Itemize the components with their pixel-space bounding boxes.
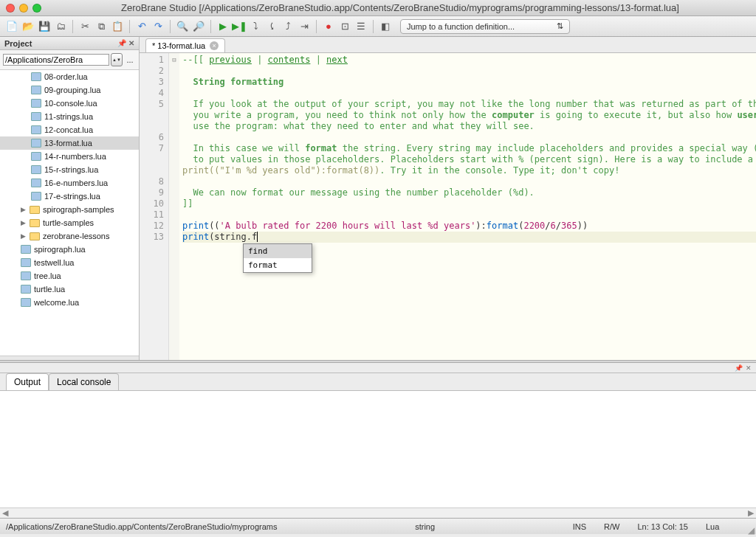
fold-column[interactable]: ⊟ — [169, 53, 179, 360]
autocomplete-popup[interactable]: find format — [243, 243, 312, 273]
step-into-icon[interactable]: ⤹ — [264, 19, 279, 34]
file-icon — [31, 72, 41, 81]
tree-item[interactable]: 12-concat.lua — [0, 123, 139, 136]
window-title: ZeroBrane Studio [/Applications/ZeroBran… — [50, 2, 750, 13]
tree-item-label: 12-concat.lua — [44, 125, 93, 134]
replace-icon[interactable]: 🔎 — [191, 19, 206, 34]
run-to-cursor-icon[interactable]: ⇥ — [297, 19, 312, 34]
tree-scrollbar[interactable] — [0, 356, 139, 360]
find-icon[interactable]: 🔍 — [175, 19, 190, 34]
project-dir-icon[interactable]: ◧ — [378, 19, 393, 34]
tree-item[interactable]: 08-order.lua — [0, 70, 139, 83]
function-jump-dropdown[interactable]: Jump to a function definition... ⇅ — [400, 19, 570, 34]
tree-item[interactable]: 11-strings.lua — [0, 110, 139, 123]
tree-item[interactable]: welcome.lua — [0, 296, 139, 309]
tree-item[interactable]: 14-r-numbers.lua — [0, 150, 139, 163]
tab-local-console[interactable]: Local console — [49, 373, 119, 390]
tree-item-label: tree.lua — [34, 271, 61, 280]
cut-icon[interactable]: ✂ — [78, 19, 92, 34]
scroll-left-icon[interactable]: ◀ — [0, 508, 10, 518]
debug-icon[interactable]: ▶❚ — [232, 19, 247, 34]
titlebar: ZeroBrane Studio [/Applications/ZeroBran… — [0, 0, 756, 16]
resize-grip-icon[interactable]: ◢ — [748, 525, 755, 536]
file-icon — [31, 86, 41, 94]
autocomplete-item[interactable]: format — [244, 258, 312, 272]
close-icon[interactable]: ✕ — [746, 364, 752, 372]
tree-item-label: 16-e-numbers.lua — [44, 179, 108, 187]
undo-icon[interactable]: ↶ — [134, 19, 149, 34]
scroll-right-icon[interactable]: ▶ — [746, 508, 756, 518]
tree-item-label: 09-grouping.lua — [44, 86, 100, 94]
browse-button[interactable]: ... — [124, 55, 136, 64]
tree-item[interactable]: testwell.lua — [0, 256, 139, 269]
separator — [170, 20, 171, 33]
output-panel: 📌 ✕ Output Local console ◀ ▶ — [0, 363, 756, 518]
status-rw: R/W — [604, 522, 619, 531]
tree-item[interactable]: turtle.lua — [0, 283, 139, 296]
zoom-window-button[interactable] — [32, 4, 41, 13]
editor-pane: * 13-format.lua × 12345 67 8910111213 ⊟ … — [140, 37, 756, 360]
tree-item[interactable]: ▶turtle-samples — [0, 216, 139, 229]
tree-item-label: 13-format.lua — [44, 139, 92, 148]
tree-item[interactable]: 13-format.lua — [0, 136, 139, 150]
tree-item-label: zerobrane-lessons — [43, 232, 110, 240]
run-icon[interactable]: ▶ — [216, 19, 230, 34]
separator — [210, 20, 211, 33]
tab-active[interactable]: * 13-format.lua × — [145, 38, 225, 52]
break-icon[interactable]: ⊡ — [337, 19, 352, 34]
tree-item-label: 15-r-strings.lua — [44, 165, 98, 174]
window-controls — [6, 4, 41, 13]
project-sidebar: Project 📌 ✕ ▲▼ ... 08-order.lua09-groupi… — [0, 37, 140, 360]
pin-icon[interactable]: 📌 ✕ — [117, 39, 134, 47]
open-file-icon[interactable]: 📂 — [21, 19, 35, 34]
status-hint: string — [415, 522, 435, 531]
save-icon[interactable]: 💾 — [37, 19, 52, 34]
path-stepper[interactable]: ▲▼ — [111, 53, 123, 66]
paste-icon[interactable]: 📋 — [110, 19, 125, 34]
status-bar: /Applications/ZeroBraneStudio.app/Conten… — [0, 518, 756, 534]
step-out-icon[interactable]: ⤴ — [281, 19, 295, 34]
tree-item[interactable]: ▶zerobrane-lessons — [0, 229, 139, 243]
sidebar-title: Project — [4, 39, 32, 48]
autocomplete-item[interactable]: find — [244, 244, 312, 258]
source-text[interactable]: --[[ previous | contents | next String f… — [179, 53, 756, 360]
new-file-icon[interactable]: 📄 — [4, 19, 19, 34]
file-icon — [31, 179, 41, 187]
folder-icon — [30, 219, 40, 227]
tree-item-label: turtle-samples — [43, 218, 94, 227]
redo-icon[interactable]: ↷ — [151, 19, 165, 34]
tree-item[interactable]: 10-console.lua — [0, 97, 139, 110]
dropdown-arrows-icon: ⇅ — [557, 21, 563, 31]
sidebar-header: Project 📌 ✕ — [0, 37, 139, 50]
file-tree[interactable]: 08-order.lua09-grouping.lua10-console.lu… — [0, 70, 139, 356]
status-language: Lua — [706, 522, 750, 531]
tab-label: * 13-format.lua — [152, 41, 205, 50]
output-body[interactable] — [0, 391, 756, 507]
stop-icon[interactable]: ● — [321, 19, 336, 34]
output-panel-header: 📌 ✕ — [0, 363, 756, 373]
close-window-button[interactable] — [6, 4, 15, 13]
tree-item[interactable]: 15-r-strings.lua — [0, 163, 139, 176]
tree-item[interactable]: 09-grouping.lua — [0, 83, 139, 97]
tree-item[interactable]: tree.lua — [0, 269, 139, 283]
tree-item[interactable]: 17-e-strings.lua — [0, 190, 139, 203]
tab-output[interactable]: Output — [6, 373, 49, 390]
file-icon — [31, 99, 41, 108]
tree-item[interactable]: 16-e-numbers.lua — [0, 176, 139, 190]
output-scrollbar[interactable]: ◀ ▶ — [0, 507, 756, 518]
tree-item[interactable]: ▶spirograph-samples — [0, 203, 139, 216]
copy-icon[interactable]: ⧉ — [94, 19, 109, 34]
stack-icon[interactable]: ☰ — [354, 19, 368, 34]
separator — [316, 20, 317, 33]
project-path-input[interactable] — [3, 54, 109, 66]
pin-icon[interactable]: 📌 — [735, 364, 743, 372]
code-editor[interactable]: 12345 67 8910111213 ⊟ --[[ previous | co… — [140, 53, 756, 360]
step-over-icon[interactable]: ⤵ — [248, 19, 263, 34]
minimize-window-button[interactable] — [19, 4, 28, 13]
tree-item-label: turtle.lua — [34, 285, 65, 294]
status-position: Ln: 13 Col: 15 — [638, 522, 689, 531]
tree-item[interactable]: spirograph.lua — [0, 243, 139, 256]
save-all-icon[interactable]: 🗂 — [53, 19, 68, 34]
tree-item-label: 14-r-numbers.lua — [44, 152, 106, 161]
tab-close-icon[interactable]: × — [210, 41, 219, 50]
